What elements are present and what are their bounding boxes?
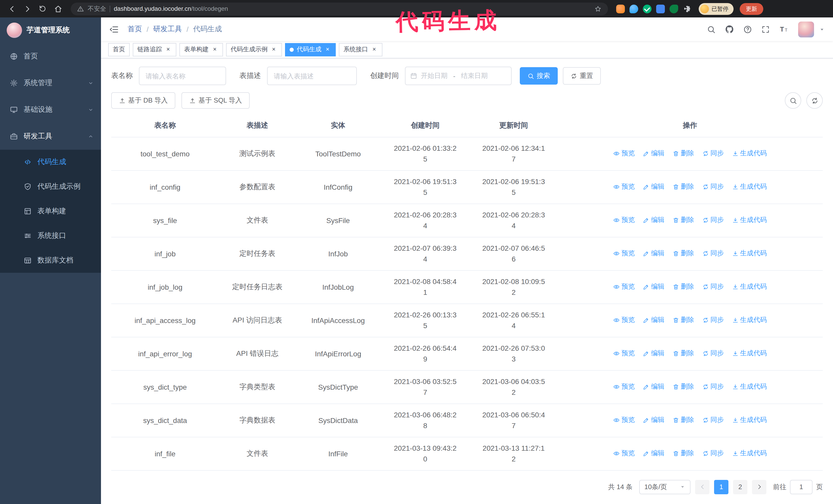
date-range-picker[interactable]: 开始日期 - 结束日期 bbox=[405, 67, 511, 85]
prev-page-button[interactable] bbox=[695, 480, 710, 494]
edit-link[interactable]: 编辑 bbox=[643, 182, 664, 192]
column-header-entity[interactable]: 实体 bbox=[296, 115, 380, 137]
tab-tag[interactable]: 代码生成 × bbox=[285, 43, 336, 56]
caret-down-icon[interactable] bbox=[819, 26, 825, 32]
refresh-table-button[interactable] bbox=[806, 92, 823, 109]
close-icon[interactable]: × bbox=[211, 46, 218, 53]
edit-link[interactable]: 编辑 bbox=[643, 449, 664, 458]
browser-update-button[interactable]: 更新 bbox=[740, 3, 763, 15]
sidebar-item-infra[interactable]: 基础设施 bbox=[0, 96, 101, 123]
sidebar-item-home[interactable]: 首页 bbox=[0, 43, 101, 70]
generate-code-link[interactable]: 生成代码 bbox=[732, 449, 767, 458]
close-icon[interactable]: × bbox=[324, 46, 331, 53]
sync-link[interactable]: 同步 bbox=[702, 382, 724, 391]
preview-link[interactable]: 预览 bbox=[613, 382, 635, 391]
sync-link[interactable]: 同步 bbox=[702, 282, 724, 291]
sync-link[interactable]: 同步 bbox=[702, 182, 724, 192]
sidebar-item-api[interactable]: 系统接口 bbox=[0, 223, 101, 248]
fullscreen-icon[interactable] bbox=[761, 25, 770, 33]
generate-code-link[interactable]: 生成代码 bbox=[732, 216, 767, 225]
preview-link[interactable]: 预览 bbox=[613, 149, 635, 158]
preview-link[interactable]: 预览 bbox=[613, 316, 635, 325]
generate-code-link[interactable]: 生成代码 bbox=[732, 415, 767, 425]
column-header-name[interactable]: 表名称 bbox=[111, 115, 219, 137]
breadcrumb-devtools[interactable]: 研发工具 bbox=[153, 25, 182, 34]
sync-link[interactable]: 同步 bbox=[702, 249, 724, 258]
delete-link[interactable]: 删除 bbox=[672, 316, 694, 325]
edit-link[interactable]: 编辑 bbox=[643, 249, 664, 258]
edit-link[interactable]: 编辑 bbox=[643, 415, 664, 425]
page-size-select[interactable]: 10条/页 bbox=[639, 480, 690, 494]
search-button[interactable]: 搜索 bbox=[520, 67, 558, 85]
user-avatar[interactable] bbox=[798, 21, 814, 37]
delete-link[interactable]: 删除 bbox=[672, 382, 694, 391]
font-size-icon[interactable] bbox=[779, 24, 789, 34]
bookmark-star-icon[interactable] bbox=[594, 5, 602, 13]
page-button-1[interactable]: 1 bbox=[714, 480, 729, 494]
delete-link[interactable]: 删除 bbox=[672, 449, 694, 458]
table-name-input[interactable] bbox=[139, 67, 226, 85]
extension-leaf-icon[interactable] bbox=[669, 4, 678, 13]
delete-link[interactable]: 删除 bbox=[672, 249, 694, 258]
delete-link[interactable]: 删除 bbox=[672, 282, 694, 291]
preview-link[interactable]: 预览 bbox=[613, 282, 635, 291]
sidebar-item-devtools[interactable]: 研发工具 bbox=[0, 123, 101, 150]
sync-link[interactable]: 同步 bbox=[702, 149, 724, 158]
extensions-puzzle-icon[interactable] bbox=[683, 4, 691, 13]
preview-link[interactable]: 预览 bbox=[613, 415, 635, 425]
github-icon[interactable] bbox=[725, 25, 734, 34]
preview-link[interactable]: 预览 bbox=[613, 349, 635, 358]
close-icon[interactable]: × bbox=[371, 46, 378, 53]
delete-link[interactable]: 删除 bbox=[672, 149, 694, 158]
extension-people-icon[interactable] bbox=[656, 4, 665, 13]
preview-link[interactable]: 预览 bbox=[613, 216, 635, 225]
toggle-search-button[interactable] bbox=[785, 92, 801, 109]
address-bar[interactable]: 不安全 dashboard.yudao.iocoder.cn/tool/code… bbox=[71, 2, 608, 15]
next-page-button[interactable] bbox=[752, 480, 766, 494]
delete-link[interactable]: 删除 bbox=[672, 349, 694, 358]
close-icon[interactable]: × bbox=[270, 46, 277, 53]
search-icon[interactable] bbox=[707, 25, 716, 33]
sync-link[interactable]: 同步 bbox=[702, 316, 724, 325]
browser-forward-button[interactable] bbox=[21, 2, 34, 16]
tab-tag[interactable]: 系统接口 × bbox=[339, 43, 382, 56]
tab-tag[interactable]: 表单构建 × bbox=[180, 43, 223, 56]
extension-check-icon[interactable] bbox=[643, 4, 651, 13]
extension-fox-icon[interactable] bbox=[616, 4, 625, 13]
browser-home-button[interactable] bbox=[51, 2, 65, 16]
app-logo[interactable]: 芋道管理系统 bbox=[0, 18, 101, 43]
sync-link[interactable]: 同步 bbox=[702, 216, 724, 225]
tab-tag[interactable]: 首页 bbox=[108, 43, 130, 56]
breadcrumb-home[interactable]: 首页 bbox=[128, 25, 142, 34]
sidebar-item-form-builder[interactable]: 表单构建 bbox=[0, 199, 101, 223]
preview-link[interactable]: 预览 bbox=[613, 249, 635, 258]
edit-link[interactable]: 编辑 bbox=[643, 216, 664, 225]
browser-back-button[interactable] bbox=[5, 2, 19, 16]
delete-link[interactable]: 删除 bbox=[672, 182, 694, 192]
import-sql-button[interactable]: 基于 SQL 导入 bbox=[182, 92, 250, 109]
edit-link[interactable]: 编辑 bbox=[643, 149, 664, 158]
preview-link[interactable]: 预览 bbox=[613, 182, 635, 192]
generate-code-link[interactable]: 生成代码 bbox=[732, 382, 767, 391]
table-desc-input[interactable] bbox=[267, 67, 357, 85]
reset-button[interactable]: 重置 bbox=[563, 67, 601, 85]
tab-tag[interactable]: 链路追踪 × bbox=[133, 43, 176, 56]
collapse-sidebar-icon[interactable] bbox=[109, 24, 119, 34]
sidebar-item-codegen-example[interactable]: 代码生成示例 bbox=[0, 174, 101, 199]
goto-page-input[interactable] bbox=[790, 480, 812, 494]
tab-tag[interactable]: 代码生成示例 × bbox=[226, 43, 282, 56]
delete-link[interactable]: 删除 bbox=[672, 415, 694, 425]
column-header-desc[interactable]: 表描述 bbox=[219, 115, 296, 137]
generate-code-link[interactable]: 生成代码 bbox=[732, 349, 767, 358]
generate-code-link[interactable]: 生成代码 bbox=[732, 149, 767, 158]
browser-reload-button[interactable] bbox=[36, 2, 49, 16]
import-db-button[interactable]: 基于 DB 导入 bbox=[111, 92, 175, 109]
preview-link[interactable]: 预览 bbox=[613, 449, 635, 458]
generate-code-link[interactable]: 生成代码 bbox=[732, 316, 767, 325]
generate-code-link[interactable]: 生成代码 bbox=[732, 249, 767, 258]
edit-link[interactable]: 编辑 bbox=[643, 282, 664, 291]
sidebar-item-system[interactable]: 系统管理 bbox=[0, 70, 101, 96]
page-button-2[interactable]: 2 bbox=[733, 480, 747, 494]
sync-link[interactable]: 同步 bbox=[702, 415, 724, 425]
sync-link[interactable]: 同步 bbox=[702, 349, 724, 358]
